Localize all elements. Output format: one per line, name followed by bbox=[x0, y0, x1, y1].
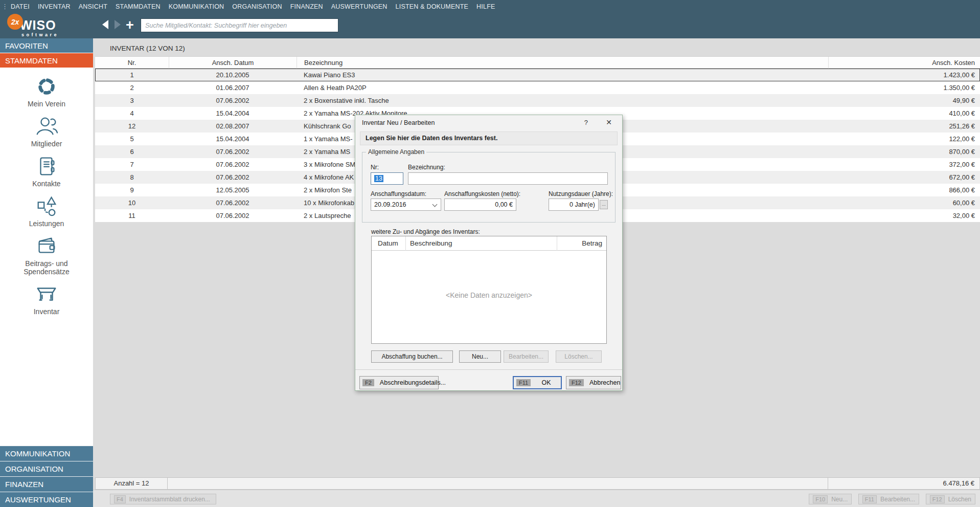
abschreibungsdetails-button[interactable]: F2 Abschreibungsdetails... bbox=[359, 376, 439, 389]
menu-item[interactable]: FINANZEN bbox=[286, 3, 327, 10]
fkey-badge: F12 bbox=[569, 379, 584, 386]
sidebar-section[interactable]: KOMMUNIKATION bbox=[0, 446, 93, 461]
total-sum: 6.478,16 € bbox=[828, 478, 979, 489]
dialog-action-button[interactable]: Neu... bbox=[459, 350, 501, 363]
sidebar-items: Mein Verein Mitglieder Kontakte Leistung… bbox=[0, 75, 93, 316]
menu-item[interactable]: LISTEN & DOKUMENTE bbox=[392, 3, 473, 10]
dialog-button-row: Abschaffung buchen...Neu...Bearbeiten...… bbox=[355, 350, 622, 363]
dialog-action-button[interactable]: Abschaffung buchen... bbox=[371, 350, 453, 363]
column-header-beschreibung: Beschreibung bbox=[405, 236, 557, 251]
dialog-title: Inventar Neu / Bearbeiten bbox=[362, 119, 435, 126]
table-row[interactable]: 2 01.06.2007 Allen & Heath PA20P 1.350,0… bbox=[95, 81, 980, 94]
toolbar: 2x WISO software + bbox=[0, 13, 980, 38]
forward-icon[interactable] bbox=[115, 20, 121, 29]
sidebar-item-label: Kontakte bbox=[13, 180, 80, 188]
sidebar-bottom-sections: KOMMUNIKATIONORGANISATIONFINANZENAUSWERT… bbox=[0, 446, 93, 507]
sidebar-item[interactable]: Kontakte bbox=[0, 155, 93, 188]
column-header-datum: Datum bbox=[372, 239, 405, 247]
table-header: Nr. Ansch. Datum Bezeichnung Ansch. Kost… bbox=[95, 57, 980, 69]
menu-item[interactable]: AUSWERTUNGEN bbox=[327, 3, 392, 10]
inventar-icon bbox=[34, 282, 59, 306]
status-bar: Anzahl = 12 6.478,16 € bbox=[95, 477, 980, 490]
nr-field[interactable]: 13 bbox=[371, 172, 403, 185]
more-options-button[interactable]: ... bbox=[600, 200, 608, 209]
sidebar-item-label: Mein Verein bbox=[13, 100, 80, 108]
ok-button[interactable]: F11 OK bbox=[513, 376, 562, 389]
general-groupbox bbox=[362, 152, 616, 223]
back-icon[interactable] bbox=[102, 20, 108, 29]
record-action-button[interactable]: F10 Neu... bbox=[809, 494, 852, 504]
leistungen-icon bbox=[34, 194, 59, 218]
sidebar-section[interactable]: FAVORITEN bbox=[0, 38, 93, 53]
mein-verein-icon bbox=[34, 75, 59, 98]
dialog-action-button[interactable]: Bearbeiten... bbox=[504, 350, 549, 363]
sidebar-top-sections: FAVORITENSTAMMDATEN bbox=[0, 38, 93, 68]
add-icon[interactable]: + bbox=[126, 16, 134, 34]
menu-item[interactable]: STAMMDATEN bbox=[111, 3, 165, 10]
table-row[interactable]: 1 20.10.2005 Kawai Piano ES3 1.423,00 € bbox=[95, 69, 980, 81]
wiso-logo: 2x WISO software bbox=[6, 13, 73, 38]
app-window: ⋮ DATEIINVENTARANSICHTSTAMMDATENKOMMUNIK… bbox=[0, 0, 980, 507]
chevron-down-icon bbox=[432, 202, 438, 207]
sidebar-item-label: Leistungen bbox=[13, 219, 80, 228]
menu-item[interactable]: INVENTAR bbox=[34, 3, 75, 10]
column-header-betrag: Betrag bbox=[557, 236, 606, 251]
nutzungsdauer-label: Nutzungsdauer (Jahre): bbox=[549, 190, 613, 197]
dialog-titlebar[interactable]: Inventar Neu / Bearbeiten ? ✕ bbox=[355, 115, 622, 130]
search-input[interactable] bbox=[141, 18, 338, 32]
sidebar-item[interactable]: Beitrags- und Spendensätze bbox=[0, 234, 93, 276]
column-header-nr[interactable]: Nr. bbox=[95, 59, 169, 67]
record-action-button[interactable]: F11 Bearbeiten... bbox=[858, 494, 919, 504]
menu-item[interactable]: ANSICHT bbox=[75, 3, 111, 10]
column-header-bezeichnung[interactable]: Bezeichnung bbox=[297, 57, 828, 69]
logo-brand: WISO bbox=[20, 18, 56, 33]
inventar-dialog: Inventar Neu / Bearbeiten ? ✕ Legen Sie … bbox=[355, 115, 623, 391]
nr-label: Nr: bbox=[371, 164, 379, 171]
menu-items: DATEIINVENTARANSICHTSTAMMDATENKOMMUNIKAT… bbox=[7, 3, 499, 10]
column-header-datum[interactable]: Ansch. Datum bbox=[169, 57, 297, 69]
sidebar-item-label: Beitrags- und Spendensätze bbox=[13, 259, 80, 276]
anschaffungsdatum-combo[interactable]: 20.09.2016 bbox=[371, 199, 441, 211]
fkey-badge: F11 bbox=[516, 379, 531, 386]
sidebar-section[interactable]: STAMMDATEN bbox=[0, 53, 93, 68]
selected-text: 13 bbox=[374, 175, 383, 182]
menu-item[interactable]: DATEI bbox=[7, 3, 34, 10]
bottom-bar: F4 Inventarstammblatt drucken... F10 Neu… bbox=[93, 490, 980, 507]
record-action-button[interactable]: F12 Löschen bbox=[926, 494, 975, 504]
fkey-badge: F10 bbox=[813, 495, 828, 503]
sidebar-item[interactable]: Inventar bbox=[0, 282, 93, 316]
anschaffungskosten-field[interactable]: 0,00 € bbox=[444, 199, 516, 211]
menu-item[interactable]: HILFE bbox=[472, 3, 499, 10]
sidebar-section[interactable]: FINANZEN bbox=[0, 476, 93, 492]
cancel-button[interactable]: F12 Abbrechen bbox=[566, 376, 621, 389]
column-header-kosten[interactable]: Ansch. Kosten bbox=[828, 57, 980, 69]
menu-item[interactable]: KOMMUNIKATION bbox=[165, 3, 229, 10]
print-inventory-button[interactable]: F4 Inventarstammblatt drucken... bbox=[110, 494, 216, 504]
sidebar-section[interactable]: ORGANISATION bbox=[0, 461, 93, 476]
close-icon[interactable]: ✕ bbox=[604, 118, 614, 126]
sidebar-item[interactable]: Leistungen bbox=[0, 194, 93, 228]
logo-subtitle: software bbox=[21, 32, 59, 37]
menu-bar: ⋮ DATEIINVENTARANSICHTSTAMMDATENKOMMUNIK… bbox=[0, 0, 980, 13]
sidebar-item[interactable]: Mein Verein bbox=[0, 75, 93, 108]
sidebar-section[interactable]: AUSWERTUNGEN bbox=[0, 492, 93, 507]
dialog-action-button[interactable]: Löschen... bbox=[556, 350, 602, 363]
movements-label: weitere Zu- und Abgänge des Inventars: bbox=[371, 228, 480, 235]
fkey-badge: F11 bbox=[862, 495, 877, 503]
beitraege-icon bbox=[34, 234, 59, 258]
nutzungsdauer-field[interactable]: 0 Jahr(e) bbox=[549, 199, 599, 211]
movements-table-header: Datum Beschreibung Betrag bbox=[372, 236, 606, 251]
movements-table: Datum Beschreibung Betrag <Keine Daten a… bbox=[371, 236, 607, 344]
menu-item[interactable]: ORGANISATION bbox=[228, 3, 286, 10]
fkey-badge: F4 bbox=[114, 495, 126, 503]
sidebar-item-label: Inventar bbox=[13, 307, 80, 316]
footer-divider bbox=[355, 369, 622, 370]
empty-state-text: <Keine Daten anzuzeigen> bbox=[372, 291, 606, 299]
help-icon[interactable]: ? bbox=[582, 119, 590, 126]
table-row[interactable]: 3 07.06.2002 2 x Boxenstative inkl. Tasc… bbox=[95, 94, 980, 107]
sidebar: FAVORITENSTAMMDATEN Mein Verein Mitglied… bbox=[0, 38, 93, 507]
sidebar-item[interactable]: Mitglieder bbox=[0, 115, 93, 148]
grip-icon[interactable]: ⋮ bbox=[2, 4, 7, 9]
bezeichnung-label: Bezeichnung: bbox=[408, 164, 445, 171]
bezeichnung-field[interactable] bbox=[408, 172, 608, 185]
